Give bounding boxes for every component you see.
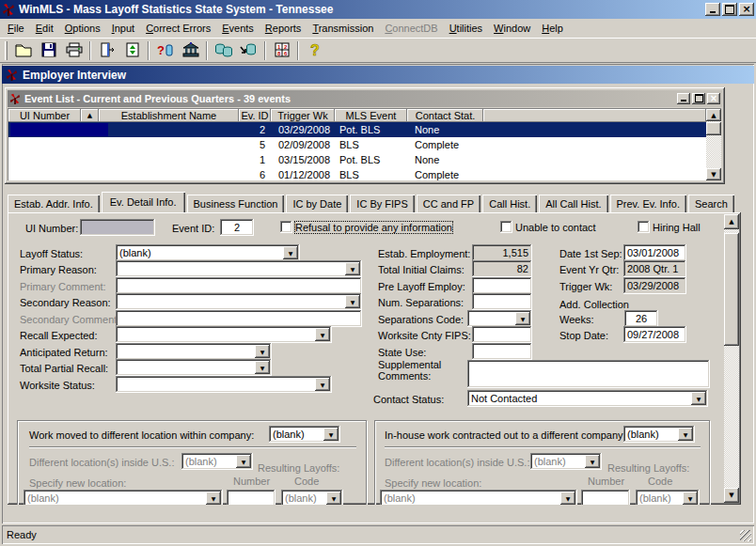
resize-grip[interactable] — [740, 530, 751, 541]
layoff-status-combo[interactable]: (blank)▼ — [116, 244, 300, 261]
work-moved-combo[interactable]: (blank)▼ — [269, 426, 340, 443]
tab-ic-by-fips[interactable]: IC By FIPS — [350, 195, 414, 212]
unable-to-contact-checkbox[interactable] — [500, 221, 512, 233]
database-export-button[interactable] — [236, 39, 261, 61]
tab-all-call-hist[interactable]: All Call Hist. — [539, 195, 607, 212]
table-row[interactable]: 6 01/12/2008 BLS Complete — [8, 167, 706, 181]
specify-new-location-combo[interactable]: (blank)▼ — [380, 490, 577, 505]
open-button[interactable] — [10, 39, 36, 61]
stop-date-field[interactable]: 09/27/2008 — [623, 326, 686, 343]
event-list-minimize-button[interactable] — [677, 93, 690, 104]
exit-button[interactable] — [94, 39, 119, 61]
secondary-reason-combo[interactable]: ▼ — [116, 293, 362, 310]
resulting-layoffs-number-field[interactable] — [581, 490, 630, 505]
form-scrollbar[interactable]: ▲ ▼ — [724, 214, 739, 503]
column-header-contact-stat[interactable]: Contact Stat. — [407, 109, 483, 122]
close-button[interactable]: × — [739, 3, 754, 16]
worksite-status-combo[interactable]: ▼ — [116, 376, 332, 393]
save-button[interactable] — [36, 39, 61, 61]
unable-to-contact-label[interactable]: Unable to contact — [515, 222, 596, 233]
weeks-field[interactable]: 26 — [624, 310, 658, 327]
event-list-maximize-button[interactable] — [692, 93, 705, 104]
minimize-button[interactable] — [705, 3, 720, 16]
ui-number-field[interactable] — [80, 219, 155, 236]
specify-new-location-combo[interactable]: (blank)▼ — [24, 490, 223, 505]
maximize-button[interactable] — [722, 3, 737, 16]
different-location-combo[interactable]: (blank)▼ — [530, 453, 602, 470]
scroll-down-icon[interactable]: ▼ — [724, 488, 739, 503]
tab-estab-addr-info[interactable]: Estab. Addr. Info. — [8, 195, 100, 212]
inhouse-combo[interactable]: (blank)▼ — [623, 426, 695, 443]
column-header-mls-event[interactable]: MLS Event — [335, 109, 407, 122]
hiring-hall-checkbox[interactable] — [638, 221, 650, 233]
tab-prev-ev-info[interactable]: Prev. Ev. Info. — [610, 195, 686, 212]
refresh-button[interactable] — [119, 39, 145, 61]
total-partial-recall-combo[interactable]: ▼ — [116, 359, 272, 376]
scroll-down-icon[interactable]: ▼ — [706, 168, 721, 180]
column-header-establishment[interactable]: Establishment Name — [99, 109, 239, 122]
tab-business-function[interactable]: Business Function — [187, 195, 285, 212]
scrollbar-track[interactable] — [706, 121, 721, 168]
scrollbar-thumb[interactable] — [706, 122, 721, 135]
menu-file[interactable]: File — [2, 21, 30, 36]
menu-window[interactable]: Window — [488, 21, 536, 36]
tab-ev-detail-info[interactable]: Ev. Detail Info. — [102, 192, 185, 212]
menu-correct-errors[interactable]: Correct Errors — [140, 21, 216, 36]
date-1st-sep-field[interactable]: 03/01/2008 — [623, 244, 686, 261]
refusal-checkbox-label[interactable]: Refusal to provide any information — [295, 222, 452, 233]
state-use-field[interactable] — [472, 343, 532, 360]
primary-comment-field[interactable] — [116, 277, 362, 294]
cell-trigger-wk: 02/09/2008 — [271, 139, 335, 150]
menu-utilities[interactable]: Utilities — [444, 21, 488, 36]
menu-edit[interactable]: Edit — [30, 21, 59, 36]
scrollbar-thumb[interactable] — [724, 233, 739, 346]
secondary-comment-field[interactable] — [116, 310, 362, 327]
menu-reports[interactable]: Reports — [260, 21, 307, 36]
menu-events[interactable]: Events — [216, 21, 260, 36]
database-button[interactable] — [211, 39, 236, 61]
sort-asc-icon[interactable]: ▲ — [81, 109, 99, 122]
event-list-titlebar: Event List - Current and Previous Quarte… — [8, 90, 722, 107]
exit-door-icon — [98, 41, 117, 60]
contact-status-combo[interactable]: Not Contacted▼ — [467, 390, 708, 407]
scrollbar-track[interactable] — [724, 229, 739, 488]
column-header-trigger-wk[interactable]: Trigger Wk — [271, 109, 335, 122]
menu-help[interactable]: Help — [536, 21, 569, 36]
table-row[interactable]: 2 03/29/2008 Pot. BLS None — [8, 122, 706, 137]
tab-ic-by-date[interactable]: IC by Date — [286, 195, 348, 212]
menu-options[interactable]: Options — [59, 21, 106, 36]
primary-reason-combo[interactable]: ▼ — [116, 260, 362, 277]
resulting-layoffs-code-combo[interactable]: (blank)▼ — [281, 490, 343, 505]
event-id-field[interactable]: 2 — [220, 219, 254, 236]
event-list-close-button[interactable]: × — [707, 93, 720, 104]
table-row[interactable]: 5 02/09/2008 BLS Complete — [8, 137, 706, 152]
resulting-layoffs-number-field[interactable] — [227, 490, 276, 505]
tab-search[interactable]: Search — [688, 195, 734, 212]
num-separations-field[interactable] — [472, 293, 532, 310]
event-list-scrollbar[interactable]: ▲ ▼ — [706, 109, 721, 180]
print-button[interactable] — [61, 39, 87, 61]
separations-code-combo[interactable]: ▼ — [467, 310, 532, 327]
table-row[interactable]: 1 03/15/2008 Pot. BLS None — [8, 152, 706, 167]
column-header-ui-number[interactable]: UI Number — [8, 109, 81, 122]
different-location-combo[interactable]: (blank)▼ — [181, 453, 253, 470]
pre-layoff-employ-field[interactable] — [472, 277, 532, 294]
calculator-button[interactable]: 1286 — [269, 39, 294, 61]
recall-expected-combo[interactable]: ▼ — [116, 326, 332, 343]
find-button[interactable]: ? — [152, 39, 178, 61]
tab-cc-and-fp[interactable]: CC and FP — [417, 195, 480, 212]
column-header-ev-id[interactable]: Ev. ID — [239, 109, 271, 122]
scroll-up-icon[interactable]: ▲ — [724, 214, 739, 229]
menu-input[interactable]: Input — [106, 21, 140, 36]
resulting-layoffs-code-combo[interactable]: (blank)▼ — [636, 490, 700, 505]
hiring-hall-label[interactable]: Hiring Hall — [653, 222, 701, 233]
bank-button[interactable] — [178, 39, 203, 61]
tab-call-hist[interactable]: Call Hist. — [482, 195, 537, 212]
menu-transmission[interactable]: Transmission — [307, 21, 379, 36]
refusal-checkbox[interactable] — [280, 221, 292, 233]
help-button[interactable]: ? — [302, 39, 327, 61]
anticipated-return-combo[interactable]: ▼ — [116, 343, 272, 360]
supplemental-comments-field[interactable] — [467, 360, 710, 388]
scroll-up-icon[interactable]: ▲ — [706, 109, 721, 121]
worksite-cnty-fips-field[interactable] — [472, 326, 532, 343]
